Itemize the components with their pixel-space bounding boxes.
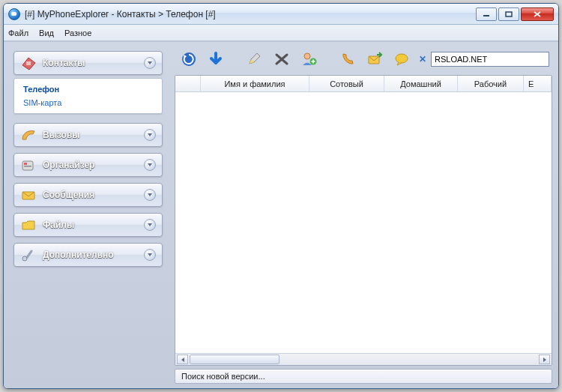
contacts-icon [20, 55, 37, 70]
list-body [175, 92, 552, 353]
sidebar: Контакты Телефон SIM-карта Вызовы Органа… [4, 42, 170, 388]
sidebar-item-calls[interactable]: Вызовы [13, 123, 163, 147]
minimize-button[interactable] [476, 7, 497, 21]
download-icon [208, 51, 224, 67]
organizer-icon [20, 157, 37, 172]
sidebar-item-label: Сообщения [43, 190, 94, 200]
toolbar: ✕ [175, 46, 552, 72]
chevron-down-icon [144, 159, 156, 171]
statusbar: Поиск новой версии... [175, 369, 552, 384]
delete-icon [274, 51, 290, 67]
svg-point-9 [22, 256, 27, 261]
refresh-button[interactable] [178, 48, 200, 70]
chevron-down-icon [144, 189, 156, 201]
delete-button[interactable] [271, 48, 293, 70]
svg-point-12 [304, 53, 310, 59]
window-title: [#] MyPhoneExplorer - Контакты > Телефон… [25, 9, 216, 19]
call-icon [339, 51, 356, 67]
chevron-down-icon [144, 219, 156, 231]
chevron-down-icon [144, 129, 156, 141]
horizontal-scrollbar[interactable] [175, 353, 552, 365]
menu-file[interactable]: Файл [8, 28, 28, 37]
send-icon [366, 51, 383, 67]
chat-icon [393, 51, 410, 67]
extras-icon [20, 247, 37, 262]
search-area: ✕ [417, 52, 549, 67]
app-icon [8, 8, 20, 20]
client-area: Контакты Телефон SIM-карта Вызовы Органа… [4, 41, 558, 388]
column-home[interactable]: Домашний [384, 76, 458, 91]
maximize-button[interactable] [498, 7, 519, 21]
edit-icon [247, 51, 263, 67]
sidebar-item-contacts[interactable]: Контакты [13, 51, 163, 75]
contacts-subpanel: Телефон SIM-карта [13, 78, 163, 114]
sidebar-item-label: Органайзер [43, 160, 94, 170]
download-button[interactable] [205, 48, 227, 70]
sidebar-item-organizer[interactable]: Органайзер [13, 153, 163, 177]
add-user-button[interactable] [297, 48, 320, 70]
sidebar-item-messages[interactable]: Сообщения [13, 183, 163, 207]
scroll-thumb[interactable] [190, 355, 280, 364]
column-work[interactable]: Рабочий [458, 76, 524, 91]
chevron-down-icon [144, 57, 156, 69]
send-button[interactable] [363, 48, 386, 70]
column-mobile[interactable]: Сотовый [309, 76, 384, 91]
files-icon [20, 217, 37, 232]
chevron-down-icon [144, 249, 156, 261]
contacts-list: Имя и фамилия Сотовый Домашний Рабочий E [175, 75, 552, 366]
calls-icon [20, 127, 37, 142]
edit-button[interactable] [244, 48, 266, 70]
column-extra[interactable]: E [524, 76, 552, 91]
svg-point-15 [396, 54, 408, 63]
column-headers: Имя и фамилия Сотовый Домашний Рабочий E [175, 76, 552, 92]
scroll-right-button[interactable] [539, 355, 550, 364]
subitem-phone[interactable]: Телефон [23, 85, 153, 94]
titlebar: [#] MyPhoneExplorer - Контакты > Телефон… [4, 4, 558, 25]
close-button[interactable] [521, 7, 554, 21]
svg-rect-0 [483, 15, 489, 16]
menubar: Файл Вид Разное [4, 25, 558, 41]
menu-view[interactable]: Вид [39, 28, 54, 37]
refresh-icon [180, 50, 198, 68]
svg-rect-3 [26, 61, 31, 65]
column-name[interactable]: Имя и фамилия [201, 76, 309, 91]
window-controls [476, 7, 554, 21]
subitem-sim[interactable]: SIM-карта [23, 98, 153, 107]
sidebar-item-extras[interactable]: Дополнительно [13, 243, 163, 267]
messages-icon [20, 187, 37, 202]
svg-rect-1 [506, 12, 512, 16]
sidebar-item-label: Дополнительно [43, 250, 114, 260]
scroll-left-button[interactable] [177, 355, 188, 364]
menu-misc[interactable]: Разное [64, 28, 91, 37]
svg-rect-6 [24, 166, 31, 167]
sidebar-item-label: Файлы [43, 220, 74, 230]
sidebar-item-files[interactable]: Файлы [13, 213, 163, 237]
svg-rect-5 [24, 163, 27, 165]
search-input[interactable] [431, 52, 549, 67]
chat-button[interactable] [390, 48, 413, 70]
clear-search-icon[interactable]: ✕ [417, 54, 428, 64]
status-text: Поиск новой версии... [181, 372, 265, 381]
column-icon[interactable] [175, 76, 201, 91]
app-window: [#] MyPhoneExplorer - Контакты > Телефон… [3, 3, 559, 389]
sidebar-item-label: Контакты [43, 58, 85, 68]
call-button[interactable] [336, 48, 359, 70]
main-panel: ✕ Имя и фамилия Сотовый Домашний Рабочий… [170, 42, 558, 388]
add-user-icon [300, 51, 317, 67]
sidebar-item-label: Вызовы [43, 130, 80, 140]
